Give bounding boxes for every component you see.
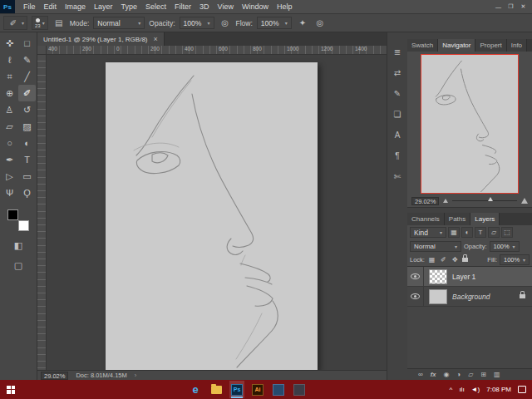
ruler-origin-box[interactable] [37, 46, 47, 55]
menu-edit[interactable]: Edit [40, 2, 62, 11]
zoom-in-icon[interactable] [521, 198, 528, 204]
menu-image[interactable]: Image [61, 2, 90, 11]
menu-layer[interactable]: Layer [90, 2, 117, 11]
document-tab[interactable]: Untitled-1 @ 29% (Layer 1, RGB/8) × [37, 32, 165, 46]
zoom-level-field[interactable]: 29.02% [41, 372, 68, 380]
filter-smart-objects-icon[interactable]: ⬚ [501, 227, 513, 238]
document-canvas[interactable] [106, 62, 318, 370]
menu-filter[interactable]: Filter [170, 2, 195, 11]
layer-thumbnail[interactable] [429, 289, 447, 304]
close-button[interactable]: ✕ [517, 3, 530, 10]
app-taskbar-icon[interactable] [271, 381, 286, 398]
crop-tool[interactable]: ⌗ [1, 68, 18, 85]
eyedropper-tool[interactable]: ╱ [18, 68, 36, 85]
dodge-tool[interactable]: ◐ [18, 135, 36, 151]
file-explorer-taskbar-icon[interactable] [209, 381, 224, 398]
styles-panel-icon[interactable]: ✄ [390, 170, 405, 183]
filter-kind-dropdown[interactable]: Kind ▾ [410, 227, 446, 238]
layer-blend-dropdown[interactable]: Normal ▾ [410, 241, 461, 252]
tab-swatches[interactable]: Swatch [407, 39, 438, 52]
filter-adjustment-layers-icon[interactable]: ◐ [461, 227, 473, 238]
tray-expand-icon[interactable]: ^ [450, 386, 453, 393]
tab-paths[interactable]: Paths [445, 213, 470, 225]
visibility-toggle[interactable] [407, 287, 424, 307]
shape-tool[interactable]: ▭ [18, 168, 36, 185]
zoom-out-icon[interactable] [443, 199, 448, 203]
blend-mode-dropdown[interactable]: Normal ▾ [93, 17, 145, 29]
navigator-zoom-field[interactable]: 29.02% [411, 197, 439, 205]
opacity-dropdown[interactable]: 100% ▾ [180, 17, 214, 29]
menu-type[interactable]: Type [117, 2, 142, 11]
zoom-tool[interactable]: Ϙ [18, 185, 36, 201]
gradient-tool[interactable]: ▨ [18, 118, 36, 135]
brush-panel-icon[interactable]: ✎ [390, 87, 405, 100]
layer-thumbnail[interactable] [429, 269, 447, 284]
filter-pixel-layers-icon[interactable]: ▦ [448, 227, 460, 238]
menu-view[interactable]: View [214, 2, 238, 11]
new-group-icon[interactable]: ▱ [468, 371, 473, 378]
maximize-button[interactable]: ❐ [505, 3, 517, 10]
clock[interactable]: 7:08 PM [486, 386, 511, 393]
app-taskbar-icon[interactable] [292, 381, 307, 398]
lock-pixels-icon[interactable]: ✐ [439, 256, 448, 264]
layer-style-icon[interactable]: fx [431, 371, 436, 378]
brush-preset-picker[interactable]: 23 ▾ [32, 16, 48, 30]
edge-taskbar-icon[interactable]: e [188, 381, 203, 398]
history-panel-icon[interactable]: ≣ [390, 46, 405, 58]
menu-file[interactable]: File [19, 2, 40, 11]
clone-source-panel-icon[interactable]: ⇄ [390, 66, 405, 79]
zoom-slider-thumb[interactable] [488, 197, 493, 201]
blur-tool[interactable]: ○ [1, 135, 18, 151]
volume-icon[interactable]: ◄) [471, 386, 480, 393]
horizontal-ruler[interactable]: 400 200 0 200 400 600 800 1000 1200 1400… [47, 46, 387, 55]
start-button[interactable] [0, 380, 22, 399]
brush-panel-toggle-icon[interactable]: ▤ [52, 17, 66, 30]
history-brush-tool[interactable]: ↺ [18, 101, 36, 118]
pen-tool[interactable]: ✒ [1, 151, 18, 168]
menu-help[interactable]: Help [273, 2, 297, 11]
path-selection-tool[interactable]: ▷ [1, 168, 18, 185]
menu-3d[interactable]: 3D [195, 2, 214, 11]
navigator-zoom-slider[interactable] [452, 200, 517, 201]
paragraph-panel-icon[interactable]: ¶ [390, 150, 405, 162]
character-panel-icon[interactable]: A [390, 129, 405, 141]
tab-channels[interactable]: Channels [407, 213, 445, 225]
pressure-opacity-icon[interactable]: ◎ [219, 17, 232, 30]
layer-name[interactable]: Background [452, 293, 490, 301]
tab-navigator[interactable]: Navigator [438, 39, 475, 52]
healing-brush-tool[interactable]: ⊕ [1, 85, 18, 101]
lock-transparency-icon[interactable]: ▦ [427, 256, 436, 264]
layer-mask-icon[interactable]: ◉ [443, 371, 449, 378]
filter-shape-layers-icon[interactable]: ▱ [488, 227, 500, 238]
tool-preset-picker[interactable]: ✐ ▾ [3, 16, 27, 30]
lock-position-icon[interactable]: ✥ [451, 256, 460, 264]
photoshop-taskbar-icon[interactable]: Ps [229, 381, 244, 398]
tab-properties[interactable]: Propert [475, 39, 506, 52]
filter-type-layers-icon[interactable]: T [475, 227, 486, 238]
flow-dropdown[interactable]: 100% ▾ [257, 17, 292, 29]
status-expand-icon[interactable]: › [135, 372, 137, 379]
tab-info[interactable]: Info [507, 39, 527, 52]
background-color-swatch[interactable] [18, 220, 29, 231]
new-layer-icon[interactable]: ⊞ [480, 371, 486, 378]
link-layers-icon[interactable]: ∞ [418, 371, 423, 378]
illustrator-taskbar-icon[interactable]: Ai [250, 381, 265, 398]
network-icon[interactable]: ılı [459, 386, 464, 393]
menu-select[interactable]: Select [141, 2, 170, 11]
layer-fill-dropdown[interactable]: 100% ▾ [500, 254, 530, 265]
minimize-button[interactable]: — [492, 4, 505, 10]
lock-all-icon[interactable] [462, 258, 468, 262]
pressure-size-icon[interactable]: ◎ [313, 17, 327, 30]
visibility-toggle[interactable] [407, 267, 424, 287]
foreground-color-swatch[interactable] [7, 209, 18, 220]
screen-mode-icon[interactable]: ▢ [12, 259, 25, 272]
adjustments-panel-icon[interactable]: ❏ [390, 108, 405, 121]
eraser-tool[interactable]: ▱ [1, 118, 18, 135]
menu-window[interactable]: Window [238, 2, 273, 11]
quick-mask-icon[interactable]: ◧ [12, 239, 25, 252]
brush-tool[interactable]: ✐ [18, 85, 36, 101]
airbrush-icon[interactable]: ✦ [296, 17, 309, 30]
layer-row-layer-1[interactable]: Layer 1 [407, 267, 532, 287]
layer-row-background[interactable]: Background [407, 287, 532, 307]
layer-opacity-dropdown[interactable]: 100% ▾ [490, 241, 520, 252]
